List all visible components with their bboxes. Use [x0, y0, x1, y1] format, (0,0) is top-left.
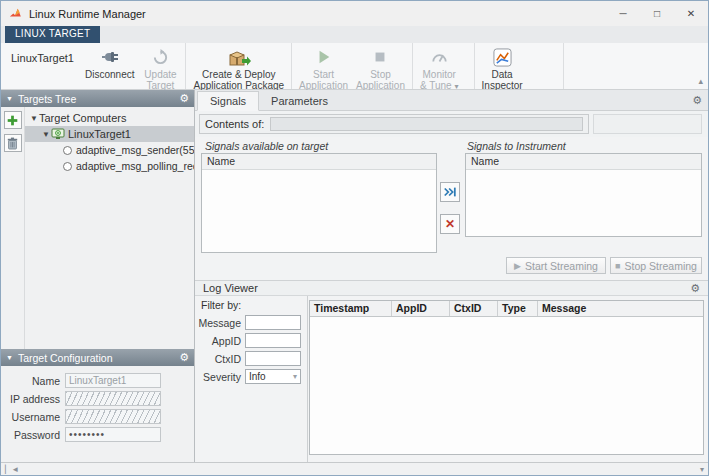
disconnect-button[interactable]: Disconnect	[81, 43, 138, 92]
tree-node-target-computers[interactable]: ▼ Target Computers	[25, 110, 194, 126]
stop-streaming-button[interactable]: ■ Stop Streaming	[610, 257, 702, 274]
dropdown-caret-icon: ▾	[293, 372, 297, 381]
filter-by-label: Filter by:	[201, 299, 241, 311]
filter-table-divider	[307, 296, 308, 462]
close-icon[interactable]: ✕	[674, 1, 708, 26]
log-viewer-gear-icon[interactable]: ⚙	[690, 283, 700, 294]
start-application-button[interactable]: Start Application	[295, 43, 352, 92]
tab-parameters[interactable]: Parameters	[259, 92, 340, 110]
signals-panel-gear-icon[interactable]: ⚙	[692, 95, 702, 106]
package-icon	[227, 46, 251, 68]
filter-row-message: Message	[195, 315, 305, 330]
monitor-tune-button[interactable]: Monitor & Tune ▾	[416, 43, 463, 93]
plug-icon	[101, 46, 119, 68]
message-filter-input[interactable]	[245, 315, 301, 330]
name-column-header[interactable]: Name	[202, 154, 436, 170]
message-label: Message	[195, 317, 241, 329]
delete-target-button[interactable]	[4, 134, 22, 152]
column-appid[interactable]: AppID	[392, 301, 450, 316]
add-to-instrument-button[interactable]	[440, 182, 460, 202]
contents-of-box: Contents of:	[199, 114, 589, 134]
ribbon-toolbar: LinuxTarget1 Disconnect	[1, 43, 708, 90]
signals-to-instrument-list[interactable]: Name	[465, 153, 702, 237]
group-calibrate: Monitor & Tune ▾ CALIBRATE	[413, 43, 475, 89]
target-configuration-form: Name LinuxTarget1 IP address Username Pa…	[1, 366, 194, 445]
target-configuration-gear-icon[interactable]: ⚙	[179, 352, 189, 363]
name-label: Name	[5, 375, 60, 387]
window-controls: ─ □ ✕	[606, 1, 708, 26]
add-target-button[interactable]	[4, 111, 22, 129]
ip-address-field[interactable]	[65, 391, 161, 406]
start-streaming-icon: ▶	[514, 261, 521, 271]
resize-grip-icon[interactable]: ▾	[700, 465, 704, 474]
filter-row-appid: AppID	[195, 333, 305, 348]
tab-signals[interactable]: Signals	[197, 91, 259, 111]
ip-address-label: IP address	[5, 393, 60, 405]
remove-from-instrument-button[interactable]: ✕	[440, 214, 460, 234]
targets-tree: ▼ Target Computers ▼	[25, 107, 194, 349]
data-inspector-button[interactable]: Data Inspector	[478, 43, 527, 92]
linux-runtime-manager-window: Linux Runtime Manager ─ □ ✕ LINUX TARGET…	[0, 0, 709, 476]
tab-linux-target[interactable]: LINUX TARGET	[5, 26, 100, 43]
collapse-ribbon-icon[interactable]: ▴	[698, 76, 703, 86]
collapse-panel-icon[interactable]: ▼	[6, 95, 13, 102]
severity-dropdown[interactable]: Info ▾	[245, 369, 301, 384]
app-status-icon	[63, 146, 72, 155]
targets-tree-title: Targets Tree	[18, 93, 76, 105]
column-type[interactable]: Type	[498, 301, 538, 316]
target-configuration-header: ▼ Target Configuration ⚙	[1, 349, 194, 366]
right-panel: Signals Parameters ⚙ Contents of: Signal…	[195, 90, 708, 462]
left-panel: ▼ Targets Tree ⚙	[1, 90, 195, 462]
update-target-button[interactable]: Update Target	[138, 43, 182, 92]
targets-tree-gear-icon[interactable]: ⚙	[179, 93, 189, 104]
filter-row-severity: Severity Info ▾	[195, 369, 305, 384]
ctxid-filter-input[interactable]	[245, 351, 301, 366]
trash-icon	[7, 137, 18, 150]
username-label: Username	[5, 411, 60, 423]
gauge-icon	[431, 46, 448, 68]
column-ctxid[interactable]: CtxID	[450, 301, 498, 316]
column-message[interactable]: Message	[538, 301, 703, 316]
log-table-header: Timestamp AppID CtxID Type Message	[310, 301, 703, 317]
appid-filter-input[interactable]	[245, 333, 301, 348]
tree-node-application[interactable]: adaptive_msg_polling_receiver(1791)	[25, 158, 194, 174]
view-tabs: Signals Parameters ⚙	[195, 90, 708, 111]
password-field[interactable]: ••••••••	[65, 427, 161, 442]
contents-of-spacer	[593, 114, 702, 134]
create-deploy-package-button[interactable]: Create & Deploy Application Package	[189, 43, 288, 92]
config-row-name: Name LinuxTarget1	[5, 373, 188, 388]
stop-application-button[interactable]: Stop Application	[352, 43, 409, 92]
move-right-icon	[443, 185, 457, 199]
name-column-header[interactable]: Name	[466, 154, 701, 170]
title-bar: Linux Runtime Manager ─ □ ✕	[1, 1, 708, 26]
contents-of-row: Contents of:	[195, 111, 708, 137]
log-filter-form: Message AppID CtxID Severity Info ▾	[195, 315, 305, 387]
contents-of-input[interactable]	[270, 117, 583, 131]
username-field[interactable]	[65, 409, 161, 424]
expander-icon[interactable]: ▼	[41, 130, 51, 139]
log-viewer-header: Log Viewer ⚙	[195, 280, 708, 296]
signals-to-instrument-label: Signals to Instrument	[467, 140, 566, 152]
target-selector[interactable]: LinuxTarget1	[4, 52, 81, 92]
tree-node-application[interactable]: adaptive_msg_sender(5586)	[25, 142, 194, 158]
appid-label: AppID	[195, 335, 241, 347]
expander-icon[interactable]: ▼	[29, 114, 39, 123]
column-timestamp[interactable]: Timestamp	[310, 301, 392, 316]
group-connect-to-target: LinuxTarget1 Disconnect	[1, 43, 186, 89]
log-viewer-title: Log Viewer	[203, 282, 258, 294]
contents-of-label: Contents of:	[205, 118, 264, 130]
config-row-ip: IP address	[5, 391, 188, 406]
maximize-icon[interactable]: □	[640, 1, 674, 26]
ctxid-label: CtxID	[195, 353, 241, 365]
group-prepare: Create & Deploy Application Package PREP…	[186, 43, 292, 89]
log-table[interactable]: Timestamp AppID CtxID Type Message	[309, 300, 704, 455]
tree-toolbar	[1, 107, 25, 349]
name-field[interactable]: LinuxTarget1	[65, 373, 161, 388]
collapse-panel-icon[interactable]: ▼	[6, 354, 13, 361]
minimize-icon[interactable]: ─	[606, 1, 640, 26]
signals-available-list[interactable]: Name	[201, 153, 437, 253]
start-streaming-button[interactable]: ▶ Start Streaming	[506, 257, 606, 274]
tree-node-linuxtarget1[interactable]: ▼ LinuxTarget1	[25, 126, 194, 142]
dock-left-icon[interactable]: ▏◄	[5, 465, 19, 474]
stop-icon	[372, 46, 388, 68]
